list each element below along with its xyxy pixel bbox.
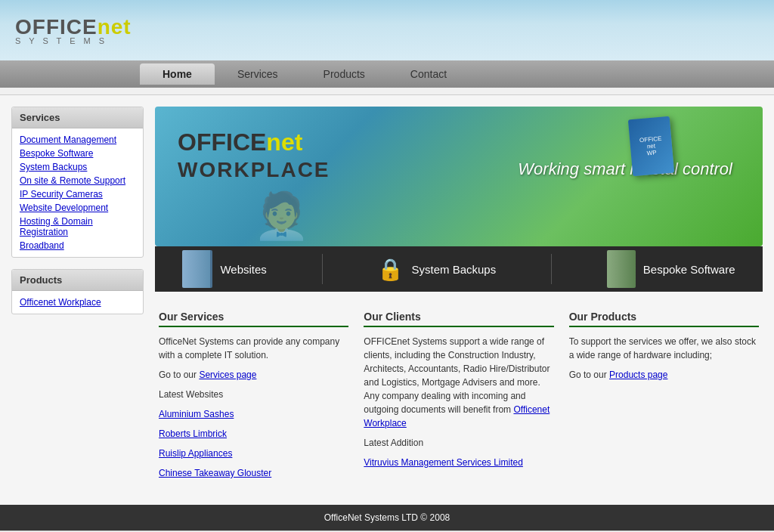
hero-book-decoration: OFFICEnetWP xyxy=(628,116,674,177)
col-clients-title: Our Clients xyxy=(364,311,553,327)
footer-main: OfficeNet Systems LTD © 2008 xyxy=(0,505,774,530)
sidebar-link-bespoke[interactable]: Bespoke Software xyxy=(20,148,135,159)
banner-websites-label: Websites xyxy=(220,263,266,276)
lock-icon: 🔒 xyxy=(377,257,404,282)
hero-office: OFFICE xyxy=(178,128,266,156)
banner-strip: Websites 🔒 System Backups Bespoke Softwa… xyxy=(155,246,763,292)
col-products-body: To support the services we offer, we als… xyxy=(569,335,759,362)
header: OFFICEnet S Y S T E M S xyxy=(0,0,774,60)
banner-websites: Websites xyxy=(182,250,266,288)
clients-body-text: OFFICEnet Systems support a wide range o… xyxy=(364,336,550,415)
three-columns: Our Services OfficeNet Systems can provi… xyxy=(155,303,763,493)
sidebar-products: Products Officenet Workplace xyxy=(11,269,144,314)
products-page-link[interactable]: Products page xyxy=(609,370,667,380)
hero-person-icon: 🧑‍💼 xyxy=(253,189,310,243)
nav-band xyxy=(0,88,774,95)
latest-websites-label: Latest Websites xyxy=(159,388,348,401)
sidebar: Services Document Management Bespoke Sof… xyxy=(11,107,144,493)
col-products-title: Our Products xyxy=(569,311,759,327)
logo-office: OFFICE xyxy=(15,15,98,39)
sidebar-link-hosting[interactable]: Hosting & Domain Registration xyxy=(20,216,135,237)
banner-divider-1 xyxy=(322,254,323,284)
nav-contact[interactable]: Contact xyxy=(388,63,469,85)
nav-products[interactable]: Products xyxy=(301,63,388,85)
footer-copyright: OfficeNet Systems LTD © 2008 xyxy=(324,512,450,523)
website-link-chinese[interactable]: Chinese Takeaway Glouster xyxy=(159,468,271,478)
logo-net: net xyxy=(98,15,132,39)
col-products: Our Products To support the services we … xyxy=(569,311,759,486)
website-link-ruislip[interactable]: Ruislip Appliances xyxy=(159,448,232,459)
vitruvius-link[interactable]: Vitruvius Management Services Limited xyxy=(364,457,523,468)
hero-title-block: OFFICEnet WORKPLACE xyxy=(178,129,330,182)
col-services-body: OfficeNet Systems can provide any compan… xyxy=(159,335,348,362)
products-goto-label: Go to our xyxy=(569,370,609,380)
hero-net: net xyxy=(266,128,302,156)
website-link-aluminium[interactable]: Aluminium Sashes xyxy=(159,409,234,419)
goto-label: Go to our xyxy=(159,370,199,380)
col-services-title: Our Services xyxy=(159,311,348,327)
banner-divider-2 xyxy=(551,254,552,284)
sidebar-services-links: Document Management Bespoke Software Sys… xyxy=(12,128,143,257)
banner-bespoke: Bespoke Software xyxy=(607,250,735,288)
col-products-goto: Go to our Products page xyxy=(569,368,759,382)
sidebar-link-cameras[interactable]: IP Security Cameras xyxy=(20,189,135,200)
website-link-roberts[interactable]: Roberts Limbrick xyxy=(159,428,227,439)
sidebar-link-broadband[interactable]: Broadband xyxy=(20,240,135,251)
nav-home[interactable]: Home xyxy=(140,63,215,85)
sidebar-link-support[interactable]: On site & Remote Support xyxy=(20,175,135,186)
col-clients: Our Clients OFFICEnet Systems support a … xyxy=(364,311,553,486)
col-services-goto: Go to our Services page xyxy=(159,368,348,382)
banner-backups-label: System Backups xyxy=(411,263,496,276)
hero-title: OFFICEnet WORKPLACE xyxy=(178,129,330,182)
banner-backups: 🔒 System Backups xyxy=(377,257,496,282)
book-icon xyxy=(607,250,636,288)
sidebar-services-title: Services xyxy=(12,107,143,128)
sidebar-services: Services Document Management Bespoke Sof… xyxy=(11,107,144,258)
content-area: OFFICEnet WORKPLACE Working smart is tot… xyxy=(155,107,763,493)
hero-tagline: Working smart is total control xyxy=(518,159,732,179)
banner-bespoke-label: Bespoke Software xyxy=(643,263,735,276)
sidebar-link-backups[interactable]: System Backups xyxy=(20,162,135,172)
sidebar-link-officenet[interactable]: Officenet Workplace xyxy=(20,297,135,308)
sidebar-link-doc-mgmt[interactable]: Document Management xyxy=(20,135,135,145)
pages-icon xyxy=(182,250,212,288)
nav-bar: Home Services Products Contact xyxy=(0,60,774,88)
hero-banner: OFFICEnet WORKPLACE Working smart is tot… xyxy=(155,107,763,246)
latest-addition-label: Latest Addition xyxy=(364,436,553,450)
services-page-link[interactable]: Services page xyxy=(199,370,256,380)
sidebar-link-webdev[interactable]: Website Development xyxy=(20,203,135,213)
sidebar-products-title: Products xyxy=(12,270,143,291)
nav-services[interactable]: Services xyxy=(215,63,301,85)
hero-workplace: WORKPLACE xyxy=(178,158,330,181)
col-clients-body: OFFICEnet Systems support a wide range o… xyxy=(364,335,553,430)
main-content: Services Document Management Bespoke Sof… xyxy=(0,95,774,505)
col-services: Our Services OfficeNet Systems can provi… xyxy=(159,311,348,486)
sidebar-products-links: Officenet Workplace xyxy=(12,291,143,314)
